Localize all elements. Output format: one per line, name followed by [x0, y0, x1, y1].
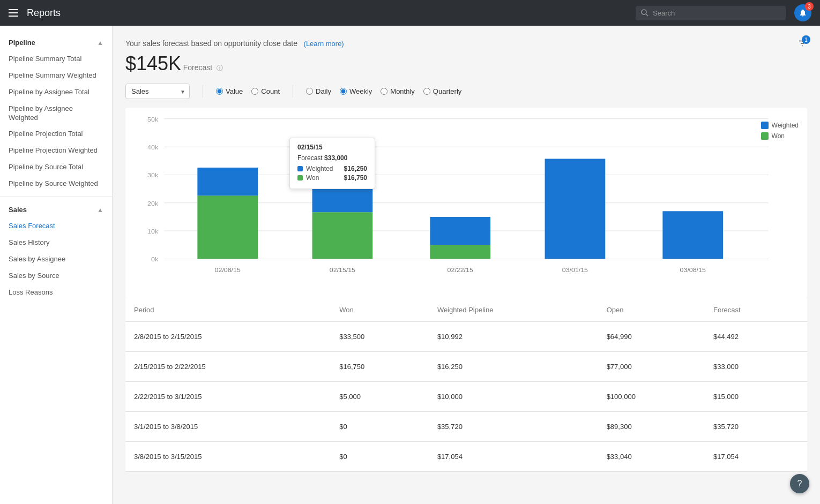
svg-text:40k: 40k [147, 145, 158, 151]
monthly-radio-option[interactable]: Monthly [381, 87, 415, 95]
legend-won-label: Won [772, 132, 785, 140]
chart-legend: Weighted Won [761, 122, 799, 140]
svg-text:50k: 50k [147, 116, 158, 122]
monthly-label: Monthly [390, 87, 415, 95]
sidebar-item-pipeline-projection-total[interactable]: Pipeline Projection Total [0, 126, 112, 142]
value-radio[interactable] [216, 88, 223, 95]
sidebar-item-sales-forecast[interactable]: Sales Forecast [0, 218, 112, 235]
monthly-radio[interactable] [381, 88, 387, 95]
sidebar-item-pipeline-summary-weighted[interactable]: Pipeline Summary Weighted [0, 67, 112, 84]
col-open: Open [598, 298, 705, 322]
cell-open: $100,000 [598, 382, 705, 412]
table-row: 2/15/2015 to 2/22/2015 $16,750 $16,250 $… [125, 352, 807, 382]
svg-text:30k: 30k [147, 172, 158, 178]
tooltip-date: 02/15/15 [297, 144, 367, 151]
table-row: 2/8/2015 to 2/15/2015 $33,500 $10,992 $6… [125, 322, 807, 352]
cell-open: $33,040 [598, 442, 705, 472]
tooltip-won-row: Won $16,750 [297, 174, 367, 182]
tooltip-weighted-value: $16,250 [344, 165, 367, 172]
sidebar-item-sales-source[interactable]: Sales by Source [0, 268, 112, 284]
sidebar-item-pipeline-assignee-weighted[interactable]: Pipeline by Assignee Weighted [0, 101, 112, 126]
svg-text:03/01/15: 03/01/15 [562, 267, 588, 273]
help-button[interactable]: ? [790, 474, 809, 493]
cell-won: $5,000 [331, 382, 429, 412]
sidebar-item-sales-history[interactable]: Sales History [0, 235, 112, 251]
cell-open: $77,000 [598, 352, 705, 382]
cell-won: $0 [331, 412, 429, 442]
sidebar-item-pipeline-summary-total[interactable]: Pipeline Summary Total [0, 51, 112, 67]
chart-area: 0k 10k 20k 30k 40k 50k [125, 108, 807, 298]
svg-rect-24 [662, 211, 723, 259]
weekly-radio[interactable] [340, 88, 347, 95]
sales-dropdown[interactable]: Sales [125, 84, 190, 99]
search-wrapper [636, 6, 786, 20]
tooltip-weighted-row: Weighted $16,250 [297, 165, 367, 172]
menu-icon[interactable] [9, 9, 18, 17]
legend-won: Won [761, 132, 799, 140]
notification-count: 3 [805, 2, 814, 11]
app-title: Reports [27, 7, 61, 19]
cell-period: 3/1/2015 to 3/8/2015 [125, 412, 331, 442]
table-row: 3/8/2015 to 3/15/2015 $0 $17,054 $33,040… [125, 442, 807, 472]
quarterly-label: Quarterly [433, 87, 461, 95]
sidebar-item-loss-reasons[interactable]: Loss Reasons [0, 284, 112, 301]
legend-weighted-color [761, 122, 769, 129]
type-radio-group: Value Count [216, 87, 280, 95]
sidebar-item-sales-assignee[interactable]: Sales by Assignee [0, 251, 112, 268]
col-forecast: Forecast [705, 298, 807, 322]
table-row: 3/1/2015 to 3/8/2015 $0 $35,720 $89,300 … [125, 412, 807, 442]
weekly-label: Weekly [349, 87, 372, 95]
cell-period: 3/8/2015 to 3/15/2015 [125, 442, 331, 472]
forecast-subtitle-area: Your sales forecast based on opportunity… [125, 39, 344, 48]
cell-forecast: $35,720 [705, 412, 807, 442]
forecast-label: Forecast [183, 63, 212, 72]
search-input[interactable] [636, 6, 786, 20]
sales-chevron[interactable]: ▲ [97, 206, 103, 214]
tooltip-weighted-label: Weighted [306, 165, 333, 172]
svg-rect-22 [430, 217, 490, 245]
tooltip-forecast-label: Forecast [297, 154, 323, 162]
value-label: Value [226, 87, 243, 95]
col-weighted: Weighted Pipeline [429, 298, 598, 322]
sidebar-item-pipeline-assignee-total[interactable]: Pipeline by Assignee Total [0, 84, 112, 101]
daily-radio-option[interactable]: Daily [306, 87, 331, 95]
chart-wrapper: 0k 10k 20k 30k 40k 50k [134, 116, 799, 298]
forecast-header: Your sales forecast based on opportunity… [125, 39, 807, 48]
forecast-subtitle: Your sales forecast based on opportunity… [125, 39, 297, 48]
sidebar-item-pipeline-projection-weighted[interactable]: Pipeline Projection Weighted [0, 142, 112, 159]
cell-open: $89,300 [598, 412, 705, 442]
svg-text:02/15/15: 02/15/15 [330, 267, 355, 273]
quarterly-radio[interactable] [423, 88, 430, 95]
count-radio-option[interactable]: Count [251, 87, 280, 95]
help-icon: ? [797, 479, 802, 488]
daily-radio[interactable] [306, 88, 313, 95]
cell-won: $33,500 [331, 322, 429, 352]
value-radio-option[interactable]: Value [216, 87, 243, 95]
sales-section-header: Sales ▲ [0, 201, 112, 218]
pipeline-chevron[interactable]: ▲ [97, 39, 103, 47]
svg-rect-19 [312, 212, 373, 259]
sidebar-item-pipeline-source-total[interactable]: Pipeline by Source Total [0, 159, 112, 176]
data-table: Period Won Weighted Pipeline Open Foreca… [125, 298, 807, 472]
quarterly-radio-option[interactable]: Quarterly [423, 87, 461, 95]
count-radio[interactable] [251, 88, 258, 95]
sidebar-item-pipeline-source-weighted[interactable]: Pipeline by Source Weighted [0, 176, 112, 192]
svg-text:02/08/15: 02/08/15 [215, 267, 241, 273]
cell-forecast: $33,000 [705, 352, 807, 382]
period-radio-group: Daily Weekly Monthly Quarterly [306, 87, 461, 95]
cell-period: 2/8/2015 to 2/15/2015 [125, 322, 331, 352]
svg-text:0k: 0k [151, 257, 158, 262]
cell-forecast: $44,492 [705, 322, 807, 352]
controls-bar: Sales Value Count Daily [125, 84, 807, 99]
cell-open: $64,990 [598, 322, 705, 352]
svg-text:20k: 20k [147, 200, 158, 206]
svg-text:03/08/15: 03/08/15 [680, 267, 706, 273]
weekly-radio-option[interactable]: Weekly [340, 87, 372, 95]
count-label: Count [261, 87, 280, 95]
notification-bell[interactable]: 3 [794, 4, 811, 21]
filter-button[interactable]: 1 [797, 39, 807, 48]
legend-weighted: Weighted [761, 122, 799, 129]
cell-weighted: $10,992 [429, 322, 598, 352]
legend-weighted-label: Weighted [772, 122, 799, 129]
learn-more-link[interactable]: (Learn more) [304, 40, 344, 48]
